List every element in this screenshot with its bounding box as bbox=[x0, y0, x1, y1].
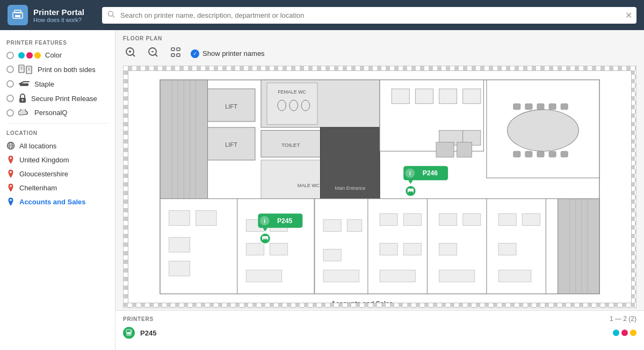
svg-text:FEMALE WC: FEMALE WC bbox=[278, 89, 306, 95]
printer-dot-pink bbox=[621, 330, 628, 336]
svg-rect-116 bbox=[457, 142, 472, 158]
svg-text:P246: P246 bbox=[423, 170, 438, 177]
floor-plan-title: FLOOR PLAN bbox=[123, 35, 636, 41]
location-section-title: LOCATION bbox=[6, 130, 108, 136]
dot-pink bbox=[26, 52, 33, 59]
sidebar-divider bbox=[6, 123, 108, 124]
bottom-section: PRINTERS 1 — 2 (2) P245 bbox=[115, 310, 644, 350]
show-names-toggle[interactable]: ✓ Show printer names bbox=[191, 49, 265, 58]
search-clear-button[interactable]: ✕ bbox=[625, 10, 632, 20]
svg-rect-31 bbox=[171, 48, 175, 51]
location-gloucestershire[interactable]: Gloucestershire bbox=[6, 169, 108, 178]
app-title: Printer Portal bbox=[33, 8, 84, 17]
svg-line-5 bbox=[113, 16, 115, 18]
svg-point-20 bbox=[10, 157, 12, 159]
feature-staple[interactable]: Staple bbox=[6, 80, 108, 88]
feature-personalq[interactable]: PersonalQ bbox=[6, 109, 108, 117]
cloud-icon bbox=[18, 109, 30, 117]
floor-plan-canvas: LIFT LIFT FEMALE WC bbox=[123, 66, 636, 308]
svg-point-3 bbox=[20, 13, 22, 15]
printers-header: PRINTERS 1 — 2 (2) bbox=[123, 315, 636, 323]
location-pin-blue-icon bbox=[6, 197, 15, 206]
svg-text:i: i bbox=[409, 170, 411, 177]
color-dots-icon bbox=[18, 52, 41, 59]
app-header: Printer Portal How does it work? ✕ bbox=[0, 0, 644, 30]
location-all[interactable]: All locations bbox=[6, 141, 108, 150]
location-accounts[interactable]: Accounts and Sales bbox=[6, 197, 108, 206]
printer-row-icon bbox=[123, 327, 135, 339]
feature-secure-label: Secure Print Release bbox=[31, 95, 97, 103]
svg-rect-108 bbox=[498, 243, 516, 255]
svg-rect-62 bbox=[537, 104, 544, 110]
dot-cyan bbox=[18, 52, 25, 59]
svg-text:TOILET: TOILET bbox=[281, 142, 300, 148]
feature-staple-radio[interactable] bbox=[6, 80, 14, 88]
svg-rect-126 bbox=[409, 190, 413, 191]
feature-secure-radio[interactable] bbox=[6, 95, 14, 102]
svg-point-21 bbox=[10, 171, 12, 173]
floor-plan-toolbar: ✓ Show printer names bbox=[123, 46, 636, 61]
svg-text:LIFT: LIFT bbox=[225, 141, 237, 148]
printers-count: 1 — 2 (2) bbox=[610, 315, 636, 323]
svg-rect-87 bbox=[169, 261, 190, 276]
feature-secure[interactable]: Secure Print Release bbox=[6, 94, 108, 103]
feature-staple-label: Staple bbox=[34, 80, 54, 88]
printer-feature-dots bbox=[613, 330, 636, 336]
location-uk-label: United Kingdom bbox=[19, 156, 69, 164]
svg-rect-33 bbox=[171, 54, 175, 56]
svg-rect-105 bbox=[439, 270, 475, 282]
svg-line-30 bbox=[155, 54, 157, 56]
svg-rect-63 bbox=[549, 104, 556, 110]
svg-rect-68 bbox=[549, 151, 556, 157]
svg-rect-12 bbox=[20, 83, 28, 86]
svg-text:Main Entrance: Main Entrance bbox=[335, 185, 365, 191]
zoom-out-button[interactable] bbox=[146, 46, 161, 61]
svg-point-4 bbox=[108, 11, 113, 16]
svg-rect-66 bbox=[525, 151, 532, 157]
feature-color-label: Color bbox=[45, 51, 62, 59]
svg-rect-96 bbox=[323, 270, 359, 282]
location-cheltenham-label: Cheltenham bbox=[19, 184, 57, 192]
feature-personalq-radio[interactable] bbox=[6, 109, 14, 117]
svg-rect-84 bbox=[169, 211, 190, 226]
search-input[interactable] bbox=[102, 7, 636, 24]
location-pin-icon-3 bbox=[6, 183, 15, 192]
main-layout: PRINTER FEATURES Color bbox=[0, 30, 644, 350]
search-bar: ✕ bbox=[102, 7, 636, 24]
location-uk[interactable]: United Kingdom bbox=[6, 155, 108, 164]
svg-rect-61 bbox=[525, 104, 532, 110]
feature-personalq-label: PersonalQ bbox=[34, 109, 67, 117]
svg-rect-106 bbox=[498, 213, 516, 225]
show-names-check: ✓ bbox=[191, 49, 199, 58]
svg-rect-115 bbox=[436, 142, 454, 158]
lock-icon bbox=[18, 94, 27, 103]
feature-color-radio[interactable] bbox=[6, 52, 14, 59]
svg-rect-1 bbox=[15, 10, 21, 13]
feature-duplex[interactable]: Print on both sides bbox=[6, 65, 108, 74]
svg-rect-92 bbox=[246, 270, 281, 282]
svg-text:Accounts and Sales: Accounts and Sales bbox=[331, 300, 393, 303]
location-all-label: All locations bbox=[19, 142, 56, 150]
svg-rect-93 bbox=[323, 219, 341, 231]
fit-screen-button[interactable] bbox=[168, 46, 183, 61]
printer-dot-yellow bbox=[630, 330, 636, 336]
zoom-in-button[interactable] bbox=[123, 46, 138, 61]
svg-rect-71 bbox=[392, 89, 409, 104]
feature-color[interactable]: Color bbox=[6, 51, 108, 59]
globe-icon bbox=[6, 141, 15, 150]
sidebar: PRINTER FEATURES Color bbox=[0, 30, 115, 350]
printer-dot-cyan bbox=[613, 330, 619, 336]
svg-rect-34 bbox=[177, 54, 180, 56]
printer-row-p245[interactable]: P245 bbox=[123, 327, 636, 339]
svg-rect-86 bbox=[169, 237, 190, 252]
svg-rect-97 bbox=[380, 213, 397, 225]
location-cheltenham[interactable]: Cheltenham bbox=[6, 183, 108, 192]
svg-rect-98 bbox=[403, 213, 421, 225]
location-pin-icon-2 bbox=[6, 169, 15, 178]
svg-rect-107 bbox=[522, 213, 540, 225]
svg-rect-101 bbox=[380, 270, 415, 282]
duplex-icon bbox=[18, 65, 33, 74]
svg-text:MALE WC: MALE WC bbox=[298, 183, 320, 188]
svg-rect-135 bbox=[263, 238, 267, 239]
feature-duplex-radio[interactable] bbox=[6, 66, 14, 73]
